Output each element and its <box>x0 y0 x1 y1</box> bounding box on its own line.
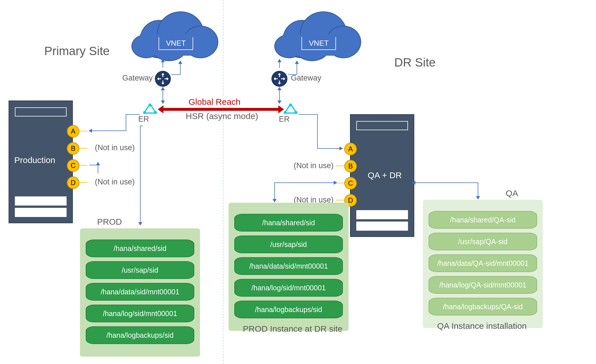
site-divider <box>223 0 223 364</box>
disk-path: /hana/data/sid/mnt00001 <box>86 283 194 301</box>
storage-caption: QA Instance installation <box>437 321 527 331</box>
storage-qa: /hana/shared/QA-sid /usr/sap/QA-sid /han… <box>423 200 543 328</box>
gateway-icon <box>271 71 287 87</box>
disk-path: /usr/sap/sid <box>234 236 343 253</box>
arrowhead-icon <box>277 59 281 62</box>
port-a: A <box>67 125 79 138</box>
gateway-label: Gateway <box>291 74 321 83</box>
vnet-label: VNET <box>159 37 193 50</box>
not-in-use-label: (Not in use) <box>95 143 135 152</box>
connector <box>274 182 334 183</box>
server-qa-dr: QA + DR <box>350 114 414 237</box>
disk-path: /hana/logbackups/QA-sid <box>429 298 537 315</box>
port-b: B <box>67 142 79 155</box>
connector <box>317 148 340 149</box>
arrowhead-icon <box>161 87 165 90</box>
expressroute-icon <box>283 103 298 115</box>
expressroute-icon <box>143 103 157 115</box>
connector <box>478 182 478 197</box>
arrowhead-icon <box>277 87 281 90</box>
vnet-cloud-primary: VNET <box>131 11 211 60</box>
port-a: A <box>344 143 357 155</box>
server-production: Production <box>9 100 73 223</box>
svg-point-2 <box>154 111 157 114</box>
storage-prod: /hana/shared/sid /usr/sap/sid /hana/data… <box>80 228 200 357</box>
arrowhead-icon <box>476 196 480 200</box>
storage-caption: PROD Instance at DR site <box>243 324 342 334</box>
er-label: ER <box>279 115 290 124</box>
port-stub <box>79 165 87 166</box>
connector <box>126 114 140 115</box>
arrowhead-icon <box>96 162 100 165</box>
connector <box>163 89 163 101</box>
connector <box>171 74 180 75</box>
port-stub <box>79 148 87 148</box>
connector <box>140 126 141 223</box>
arrowhead-icon <box>89 129 92 133</box>
svg-point-1 <box>149 104 151 106</box>
arrowhead-icon <box>412 181 415 185</box>
disk-path: /hana/log/sid/mnt00001 <box>86 305 194 322</box>
arrowhead-icon <box>161 59 165 62</box>
port-stub <box>336 200 344 200</box>
disk-path: /hana/data/sid/mnt00001 <box>234 257 343 275</box>
port-b: B <box>344 160 357 172</box>
port-c: C <box>67 159 79 172</box>
connector <box>180 63 181 75</box>
disk-path: /hana/logbackups/sid <box>86 326 194 344</box>
connector <box>299 114 317 115</box>
connector <box>140 126 143 126</box>
arrowhead-icon <box>339 146 343 150</box>
connector <box>297 63 297 75</box>
not-in-use-label: (Not in use) <box>294 161 334 170</box>
disk-path: /hana/log/sid/mnt00001 <box>234 279 343 297</box>
connector <box>288 74 297 75</box>
gateway-label: Gateway <box>122 74 153 83</box>
not-in-use-label: (Not in use) <box>95 178 135 186</box>
disk-path: /hana/logbackups/sid <box>234 301 343 318</box>
global-reach-label: Global Reach <box>189 97 241 107</box>
vnet-label: VNET <box>301 37 336 50</box>
disk-path: /hana/shared/sid <box>86 240 194 257</box>
connector <box>91 130 126 131</box>
port-c: C <box>344 177 357 190</box>
svg-point-6 <box>295 111 297 114</box>
connector <box>98 173 98 174</box>
connector <box>98 165 98 173</box>
vnet-cloud-dr: VNET <box>274 11 354 60</box>
storage-title: QA <box>506 188 518 198</box>
global-reach-link <box>163 108 279 111</box>
server-title: Production <box>14 155 55 165</box>
connector <box>279 89 280 101</box>
connector <box>317 114 318 148</box>
svg-point-3 <box>143 111 146 114</box>
connector <box>415 182 478 183</box>
port-stub <box>336 166 344 166</box>
port-d: D <box>67 176 79 189</box>
port-stub <box>79 182 87 183</box>
disk-path: /usr/sap/sid <box>86 261 194 279</box>
disk-path: /hana/data/QA-sid/mnt00001 <box>429 254 537 272</box>
primary-site-title: Primary Site <box>44 44 110 58</box>
arrowhead-icon <box>334 181 337 185</box>
hsr-mode-label: HSR (async mode) <box>186 111 258 121</box>
disk-path: /hana/shared/QA-sid <box>429 211 537 229</box>
connector <box>274 182 275 200</box>
disk-path: /hana/log/QA-sid/mnt00001 <box>429 276 537 294</box>
disk-path: /usr/sap/QA-sid <box>429 233 537 250</box>
arrowhead-icon <box>273 199 277 202</box>
server-title: QA + DR <box>368 170 402 180</box>
arrowhead-icon <box>161 100 165 104</box>
gateway-icon <box>155 71 171 87</box>
disk-path: /hana/shared/sid <box>234 214 343 232</box>
arrowhead-icon <box>277 100 281 104</box>
connector <box>126 114 126 131</box>
arrowhead-icon <box>138 222 142 226</box>
dr-site-title: DR Site <box>394 56 436 69</box>
port-stub <box>79 131 87 131</box>
arrowhead-icon <box>295 61 299 64</box>
svg-point-7 <box>284 111 287 114</box>
svg-point-5 <box>289 104 292 106</box>
storage-title: PROD <box>97 217 122 227</box>
storage-prod-dr: /hana/shared/sid /usr/sap/sid /hana/data… <box>229 203 349 331</box>
